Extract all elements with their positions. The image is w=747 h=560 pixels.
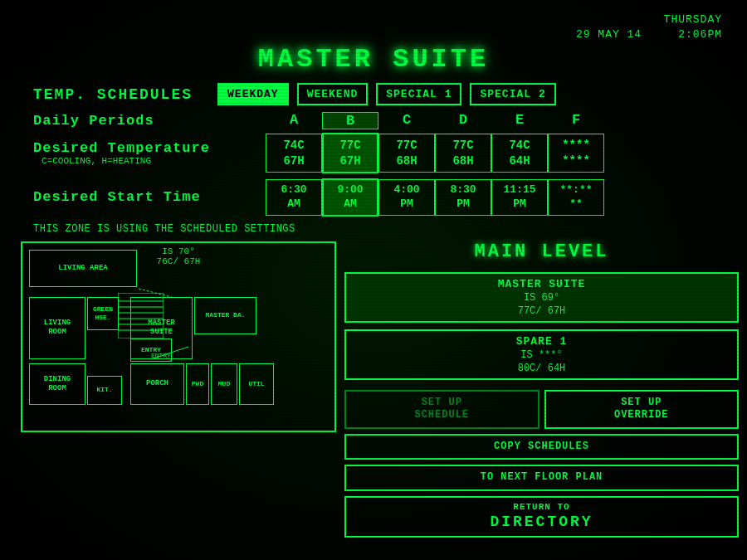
temp-val-b[interactable]: 77C67H <box>322 133 378 173</box>
datetime-display: THURSDAY 29 MAY 14 2:06PM <box>8 8 739 42</box>
zone-master-suite-is: IS 69° <box>354 292 729 304</box>
tab-weekday[interactable]: WEEKDAY <box>217 83 289 105</box>
copy-schedules-button[interactable]: COPY SCHEDULES <box>344 434 739 460</box>
period-c: C <box>378 112 435 129</box>
floor-plan: IS 70° 76C/ 67H LIVING AREA LIVINGROOM G… <box>21 241 336 432</box>
temp-val-a[interactable]: 74C67H <box>266 134 322 172</box>
time-val-e[interactable]: 11:15PM <box>491 179 548 216</box>
tab-special2[interactable]: SPECIAL 2 <box>470 83 555 105</box>
zone-master-suite-cv: 77C/ 67H <box>354 305 729 317</box>
date-label: 29 MAY 14 <box>576 28 642 41</box>
temp-schedules-label: TEMP. SCHEDULES <box>33 86 193 103</box>
zone-spare1-cv: 80C/ 64H <box>354 363 729 374</box>
main-level-label: MAIN LEVEL <box>344 241 739 262</box>
time-label: 2:06PM <box>678 28 722 41</box>
period-cells: A B C D E F <box>266 112 604 129</box>
desired-start-time-label: Desired Start Time <box>33 189 266 205</box>
setup-row: SET UPSCHEDULE SET UPOVERRIDE <box>344 390 739 429</box>
tab-special1[interactable]: SPECIAL 1 <box>376 83 461 105</box>
temp-val-c[interactable]: 77C68H <box>378 134 435 172</box>
screen: THURSDAY 29 MAY 14 2:06PM MASTER SUITE T… <box>0 0 747 560</box>
return-to-directory-button[interactable]: RETURN TO DIRECTORY <box>344 496 739 538</box>
zone-spare1-name: SPARE 1 <box>354 335 729 348</box>
desired-temp-sublabel: C=COOLING, H=HEATING <box>42 156 266 166</box>
main-content: IS 70° 76C/ 67H LIVING AREA LIVINGROOM G… <box>8 241 739 538</box>
zone-spare1[interactable]: SPARE 1 IS ***° 80C/ 64H <box>344 329 739 380</box>
svg-line-9 <box>139 289 172 297</box>
time-val-b[interactable]: 9:00AM <box>322 178 378 217</box>
temp-val-f[interactable]: ******** <box>548 134 604 172</box>
time-val-f[interactable]: **:**** <box>548 179 604 216</box>
desired-start-time-row: Desired Start Time 6:30AM 9:00AM 4:00PM … <box>8 178 739 217</box>
temp-val-e[interactable]: 74C64H <box>491 134 548 172</box>
daily-periods-label: Daily Periods <box>33 113 266 129</box>
to-next-floor-plan-button[interactable]: TO NEXT FLOOR PLAN <box>344 465 739 491</box>
daily-periods-row: Daily Periods A B C D E F <box>8 112 739 129</box>
directory-label: DIRECTORY <box>354 513 729 532</box>
period-e: E <box>491 112 548 129</box>
temp-val-d[interactable]: 77C68H <box>435 134 491 172</box>
desired-temp-row: Desired Temperature C=COOLING, H=HEATING… <box>8 133 739 173</box>
setup-override-button[interactable]: SET UPOVERRIDE <box>544 390 740 429</box>
return-to-label: RETURN TO <box>354 501 729 513</box>
time-val-c[interactable]: 4:00PM <box>378 179 435 216</box>
period-b: B <box>322 112 378 129</box>
zone-master-suite[interactable]: MASTER SUITE IS 69° 77C/ 67H <box>344 272 739 323</box>
tab-weekend[interactable]: WEEKEND <box>297 83 369 105</box>
temp-schedules-row: TEMP. SCHEDULES WEEKDAY WEEKEND SPECIAL … <box>8 83 739 105</box>
right-panel: MAIN LEVEL MASTER SUITE IS 69° 77C/ 67H … <box>344 241 739 538</box>
desired-temp-label: Desired Temperature <box>33 140 266 156</box>
zone-spare1-is: IS ***° <box>354 349 729 361</box>
status-message: THIS ZONE IS USING THE SCHEDULED SETTING… <box>8 223 739 235</box>
time-val-d[interactable]: 8:30PM <box>435 179 491 216</box>
svg-text:ENTRY: ENTRY <box>151 352 171 359</box>
desired-temp-label-block: Desired Temperature C=COOLING, H=HEATING <box>33 140 266 166</box>
period-d: D <box>435 112 491 129</box>
period-f: F <box>548 112 604 129</box>
period-a: A <box>266 112 322 129</box>
action-buttons: SET UPSCHEDULE SET UPOVERRIDE COPY SCHED… <box>344 390 739 538</box>
zone-master-suite-name: MASTER SUITE <box>354 278 729 290</box>
page-title: MASTER SUITE <box>8 44 739 75</box>
day-label: THURSDAY <box>8 12 722 27</box>
setup-schedule-button[interactable]: SET UPSCHEDULE <box>344 390 540 429</box>
time-val-a[interactable]: 6:30AM <box>266 179 322 216</box>
